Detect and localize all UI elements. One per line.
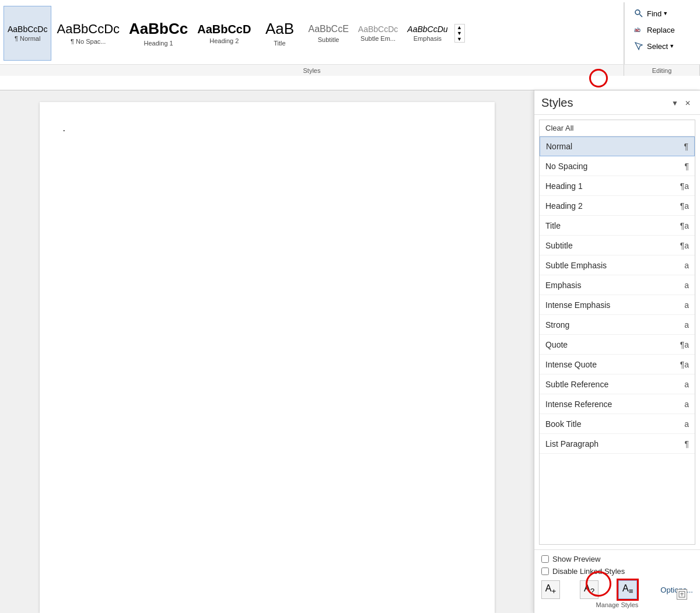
gallery-item-no-spacing[interactable]: AaBbCcDc¶ No Spac... (52, 6, 124, 61)
style-list-item-icon-0: ¶ (684, 142, 688, 151)
doc-cursor: · (63, 125, 471, 136)
style-list-item-name-0: Normal (546, 142, 679, 151)
gallery-scroll-up[interactable]: ▲ (455, 24, 464, 30)
panel-close-button[interactable]: ✕ (682, 98, 693, 108)
styles-list[interactable]: Clear All Normal¶No Spacing¶Heading 1¶aH… (539, 120, 695, 545)
gallery-item-label-emphasis: Emphasis (414, 35, 442, 42)
style-list-item-icon-7: a (684, 281, 689, 290)
manage-styles-icon: A≡ (622, 583, 633, 596)
style-list-item-13[interactable]: Intense Referencea (540, 394, 695, 414)
gallery-item-heading1[interactable]: AaBbCcHeading 1 (125, 6, 192, 61)
gallery-item-preview-no-spacing: AaBbCcDc (57, 22, 120, 37)
gallery-item-label-no-spacing: ¶ No Spac... (71, 38, 106, 45)
ribbon-toolbar: AaBbCcDc¶ NormalAaBbCcDc¶ No Spac...AaBb… (0, 0, 700, 64)
style-list-item-icon-12: a (684, 380, 689, 389)
style-list-item-3[interactable]: Heading 2¶a (540, 196, 695, 216)
replace-button[interactable]: ab ac Replace (629, 22, 695, 37)
style-list-item-name-3: Heading 2 (545, 201, 676, 211)
panel-pin-button[interactable]: ▼ (670, 98, 680, 108)
style-list-item-name-11: Intense Quote (545, 360, 676, 369)
show-preview-checkbox[interactable] (541, 555, 549, 563)
gallery-item-subtle-em[interactable]: AaBbCcDcSubtle Em... (354, 6, 402, 61)
find-button[interactable]: Find ▼ (629, 6, 695, 21)
gallery-item-preview-heading2: AaBbCcD (197, 22, 251, 36)
disable-linked-checkbox-row[interactable]: Disable Linked Styles (541, 567, 693, 576)
select-label: Select (647, 42, 668, 51)
style-list-item-4[interactable]: Title¶a (540, 216, 695, 236)
style-list-item-icon-1: ¶ (684, 162, 689, 171)
gallery-item-label-title: Title (274, 40, 285, 47)
style-list-item-2[interactable]: Heading 1¶a (540, 176, 695, 196)
show-preview-checkbox-row[interactable]: Show Preview (541, 555, 693, 563)
style-list-item-0[interactable]: Normal¶ (540, 136, 695, 156)
styles-panel-title: Styles (541, 96, 573, 110)
gallery-scroll-controls: ▲ ▼ ▼ (454, 24, 465, 43)
style-list-item-14[interactable]: Book Titlea (540, 414, 695, 434)
svg-line-1 (640, 15, 643, 17)
style-list-item-9[interactable]: Stronga (540, 315, 695, 335)
gallery-item-preview-emphasis: AaBbCcDu (407, 24, 447, 34)
disable-linked-label: Disable Linked Styles (552, 567, 625, 576)
gallery-item-label-subtle-em: Subtle Em... (360, 35, 396, 42)
style-list-item-name-6: Subtle Emphasis (545, 261, 680, 270)
document-page[interactable]: · (40, 102, 495, 613)
style-list-item-name-9: Strong (545, 320, 680, 330)
style-list-item-icon-14: a (684, 419, 689, 429)
style-inspector-icon: A? (584, 583, 594, 596)
gallery-item-heading2[interactable]: AaBbCcDHeading 2 (193, 6, 255, 61)
gallery-item-preview-subtle-em: AaBbCcDc (358, 24, 398, 34)
gallery-item-subtitle[interactable]: AaBbCcESubtitle (304, 6, 352, 61)
ribbon: AaBbCcDc¶ NormalAaBbCcDc¶ No Spac...AaBb… (0, 0, 700, 90)
document-canvas[interactable]: · (0, 90, 534, 613)
styles-section-label: Styles (0, 65, 624, 76)
styles-panel-footer: Show Preview Disable Linked Styles A+ A?… (534, 549, 700, 613)
style-list-item-5[interactable]: Subtitle¶a (540, 236, 695, 255)
style-list-item-10[interactable]: Quote¶a (540, 335, 695, 355)
ribbon-label-bar: Styles Editing (0, 64, 700, 76)
style-list-item-15[interactable]: List Paragraph¶ (540, 434, 695, 454)
style-list-item-icon-9: a (684, 320, 689, 330)
select-icon (633, 40, 645, 52)
styles-panel: Styles ▼ ✕ Clear All Normal¶No Spacing¶H… (534, 90, 700, 613)
style-list-item-icon-2: ¶a (680, 181, 689, 191)
style-list-item-12[interactable]: Subtle Referencea (540, 374, 695, 394)
replace-icon: ab ac (633, 24, 645, 36)
styles-gallery: AaBbCcDc¶ NormalAaBbCcDc¶ No Spac...AaBb… (2, 2, 624, 64)
styles-launcher-button[interactable] (677, 589, 687, 600)
style-inspector-button[interactable]: A? (580, 580, 598, 599)
gallery-item-title[interactable]: AaBTitle (256, 6, 303, 61)
gallery-item-preview-normal: AaBbCcDc (8, 24, 47, 34)
gallery-item-preview-subtitle: AaBbCcE (308, 23, 348, 34)
new-style-button[interactable]: A+ (541, 580, 560, 599)
style-list-item-11[interactable]: Intense Quote¶a (540, 355, 695, 374)
style-list-item-icon-10: ¶a (680, 340, 689, 349)
manage-styles-button[interactable]: A≡ (618, 580, 637, 599)
gallery-item-normal[interactable]: AaBbCcDc¶ Normal (4, 6, 51, 61)
style-list-item-name-14: Book Title (545, 419, 680, 429)
gallery-item-preview-title: AaB (265, 20, 294, 38)
manage-styles-label: Manage Styles (541, 601, 693, 608)
style-list-item-7[interactable]: Emphasisa (540, 275, 695, 295)
disable-linked-checkbox[interactable] (541, 568, 549, 575)
style-list-item-name-12: Subtle Reference (545, 380, 680, 389)
clear-all-item[interactable]: Clear All (540, 120, 695, 136)
style-list-item-name-8: Intense Emphasis (545, 300, 680, 310)
styles-panel-controls: ▼ ✕ (670, 98, 693, 108)
gallery-item-label-heading1: Heading 1 (144, 40, 173, 47)
new-style-icon: A+ (545, 583, 556, 596)
find-icon (633, 8, 645, 19)
svg-point-0 (635, 10, 640, 15)
style-list-item-icon-15: ¶ (684, 439, 689, 449)
gallery-item-label-subtitle: Subtitle (318, 36, 340, 43)
style-list-item-8[interactable]: Intense Emphasisa (540, 295, 695, 315)
gallery-scroll-down[interactable]: ▼ (455, 30, 464, 36)
replace-label: Replace (647, 26, 675, 34)
style-list-item-6[interactable]: Subtle Emphasisa (540, 255, 695, 275)
gallery-item-emphasis[interactable]: AaBbCcDuEmphasis (403, 6, 452, 61)
style-list-item-icon-8: a (684, 300, 689, 310)
select-button[interactable]: Select ▼ (629, 38, 695, 54)
styles-panel-header: Styles ▼ ✕ (534, 90, 700, 115)
gallery-expand[interactable]: ▼ (455, 36, 464, 42)
style-list-item-name-1: No Spacing (545, 162, 680, 171)
style-list-item-1[interactable]: No Spacing¶ (540, 156, 695, 176)
